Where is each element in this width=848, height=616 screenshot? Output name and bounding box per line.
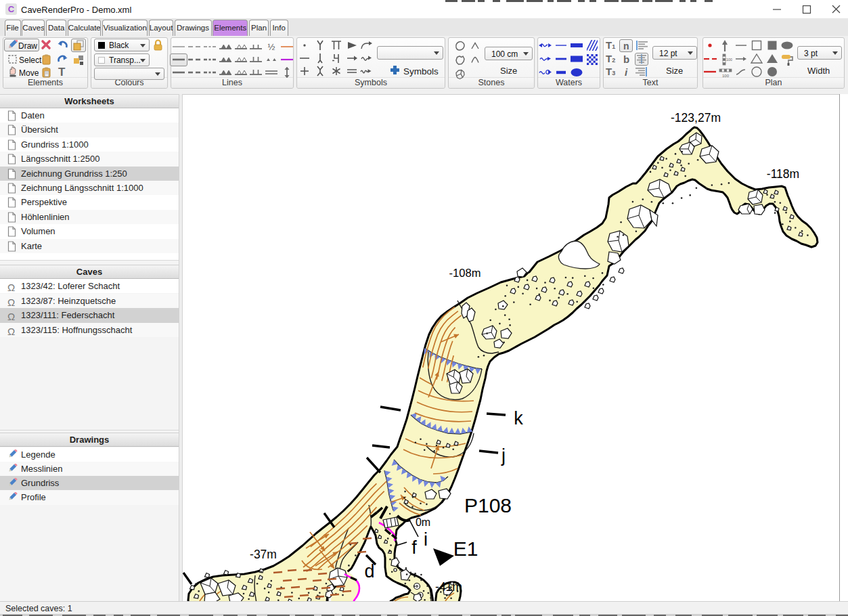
svg-text:k: k (514, 408, 523, 428)
svg-text:0m: 0m (416, 516, 430, 528)
svg-text:d: d (364, 561, 374, 581)
svg-text:f: f (411, 537, 417, 558)
svg-text:-108m: -108m (449, 267, 481, 279)
svg-text:½: ½ (268, 42, 275, 52)
svg-text:-123,27m: -123,27m (671, 111, 721, 125)
svg-text:100: 100 (722, 74, 730, 78)
svg-text:-118m: -118m (767, 167, 799, 181)
svg-text:P108: P108 (464, 494, 512, 516)
svg-text:E1: E1 (453, 537, 478, 560)
svg-text:-37m: -37m (250, 548, 277, 561)
svg-text:i: i (424, 529, 428, 550)
svg-text:j: j (501, 445, 506, 466)
svg-text:100: 100 (726, 58, 732, 62)
svg-text:-41m: -41m (435, 580, 462, 594)
